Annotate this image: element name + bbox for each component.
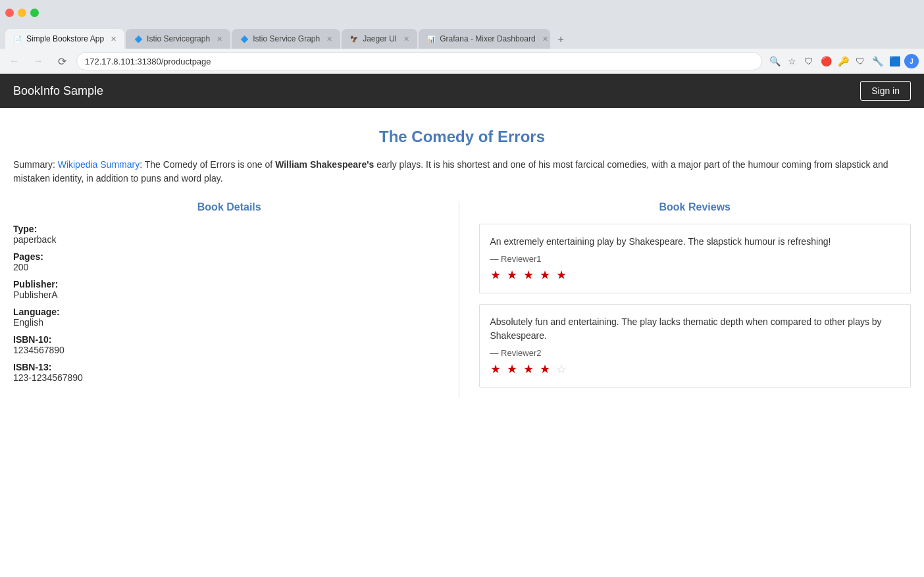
browser-icons: 🔍 ☆ 🛡 🔴 🔑 🛡 🔧 🟦 J: [767, 54, 919, 68]
reload-button[interactable]: ⟳: [53, 52, 71, 70]
tab-close-2[interactable]: ✕: [217, 35, 222, 43]
tab-istio-service-graph[interactable]: 🔷 Istio Service Graph ✕: [232, 29, 340, 49]
detail-language-label: Language:: [13, 307, 446, 317]
book-title: The Comedy of Errors: [13, 128, 911, 146]
app-navbar: BookInfo Sample Sign in: [0, 74, 924, 108]
title-bar: [0, 0, 924, 25]
summary-text: : The Comedy of Errors is one of: [140, 159, 275, 170]
detail-language-value: English: [13, 317, 446, 328]
forward-button[interactable]: →: [29, 52, 47, 70]
tab-favicon-3: 🔷: [240, 34, 249, 43]
content-columns: Book Details Type: paperback Pages: 200 …: [13, 201, 911, 398]
extension-icon-3[interactable]: 🔑: [836, 54, 850, 68]
summary-link[interactable]: Wikipedia Summary: [58, 159, 140, 170]
app-container: BookInfo Sample Sign in The Comedy of Er…: [0, 74, 924, 547]
summary-prefix: Summary:: [13, 159, 55, 170]
detail-isbn13-value: 123-1234567890: [13, 372, 446, 383]
review-author-1: — Reviewer1: [490, 254, 900, 264]
close-window-button[interactable]: [5, 9, 14, 17]
back-button[interactable]: ←: [5, 52, 24, 70]
sign-in-button[interactable]: Sign in: [860, 81, 911, 101]
review-star-empty-2: ☆: [556, 363, 568, 376]
tab-simple-bookstore-app[interactable]: 📄 Simple Bookstore App ✕: [5, 29, 124, 49]
detail-type-label: Type:: [13, 224, 446, 234]
main-content: The Comedy of Errors Summary: Wikipedia …: [0, 108, 924, 411]
book-reviews-heading: Book Reviews: [479, 201, 911, 213]
tab-label-4: Jaeger UI: [363, 34, 397, 43]
tab-favicon-2: 🔷: [134, 34, 143, 43]
tab-grafana[interactable]: 📊 Grafana - Mixer Dashboard ✕: [419, 29, 550, 49]
review-text-1: An extremely entertaining play by Shakes…: [490, 235, 900, 249]
tab-jaeger-ui[interactable]: 🦅 Jaeger UI ✕: [342, 29, 417, 49]
tab-istio-servicegraph[interactable]: 🔷 Istio Servicegraph ✕: [126, 29, 230, 49]
tab-favicon-5: 📊: [426, 34, 436, 43]
detail-publisher-label: Publisher:: [13, 279, 446, 289]
new-tab-button[interactable]: +: [552, 30, 570, 49]
book-summary: Summary: Wikipedia Summary: The Comedy o…: [13, 158, 911, 186]
navbar-brand: BookInfo Sample: [13, 84, 103, 98]
user-avatar[interactable]: J: [904, 54, 919, 68]
tab-label-5: Grafana - Mixer Dashboard: [440, 34, 535, 43]
address-bar: ← → ⟳ 172.17.8.101:31380/productpage 🔍 ☆…: [0, 49, 924, 74]
tab-label-2: Istio Servicegraph: [147, 34, 210, 43]
book-reviews-col: Book Reviews An extremely entertaining p…: [459, 201, 911, 398]
detail-pages-value: 200: [13, 262, 446, 272]
review-stars-1: ★ ★ ★ ★ ★: [490, 268, 900, 282]
detail-publisher-value: PublisherA: [13, 289, 446, 300]
review-stars-2: ★ ★ ★ ★ ☆: [490, 362, 900, 376]
search-icon[interactable]: 🔍: [767, 54, 782, 68]
review-card-2: Absolutely fun and entertaining. The pla…: [479, 304, 911, 388]
tab-close-4[interactable]: ✕: [403, 35, 409, 43]
detail-type-value: paperback: [13, 234, 446, 245]
extension-icon-6[interactable]: 🟦: [887, 54, 902, 68]
browser-chrome: 📄 Simple Bookstore App ✕ 🔷 Istio Service…: [0, 0, 924, 74]
tab-label-3: Istio Service Graph: [253, 34, 320, 43]
tabs-bar: 📄 Simple Bookstore App ✕ 🔷 Istio Service…: [0, 25, 924, 49]
tab-label-1: Simple Bookstore App: [26, 34, 104, 43]
detail-isbn13-label: ISBN-13:: [13, 362, 446, 372]
tab-close-1[interactable]: ✕: [111, 35, 116, 43]
detail-isbn10-value: 1234567890: [13, 345, 446, 355]
review-author-2: — Reviewer2: [490, 348, 900, 358]
minimize-window-button[interactable]: [18, 9, 26, 17]
book-details-col: Book Details Type: paperback Pages: 200 …: [13, 201, 459, 398]
extension-icon-4[interactable]: 🛡: [853, 54, 867, 68]
url-bar[interactable]: 172.17.8.101:31380/productpage: [76, 52, 762, 70]
review-card-1: An extremely entertaining play by Shakes…: [479, 224, 911, 293]
tab-favicon-4: 🦅: [349, 34, 359, 43]
tab-close-3[interactable]: ✕: [326, 35, 332, 43]
detail-isbn10-label: ISBN-10:: [13, 334, 446, 345]
extension-icon-1[interactable]: 🛡: [802, 54, 816, 68]
extension-icon-2[interactable]: 🔴: [819, 54, 833, 68]
url-text: 172.17.8.101:31380/productpage: [85, 57, 211, 66]
extension-icon-5[interactable]: 🔧: [870, 54, 885, 68]
book-details-heading: Book Details: [13, 201, 446, 213]
tab-close-5[interactable]: ✕: [542, 35, 548, 43]
review-text-2: Absolutely fun and entertaining. The pla…: [490, 315, 900, 343]
window-controls: [5, 9, 39, 17]
star-icon[interactable]: ☆: [784, 54, 799, 68]
maximize-window-button[interactable]: [30, 9, 39, 17]
detail-pages-label: Pages:: [13, 251, 446, 262]
summary-author: William Shakespeare's: [275, 159, 374, 170]
tab-favicon-1: 📄: [13, 34, 22, 43]
